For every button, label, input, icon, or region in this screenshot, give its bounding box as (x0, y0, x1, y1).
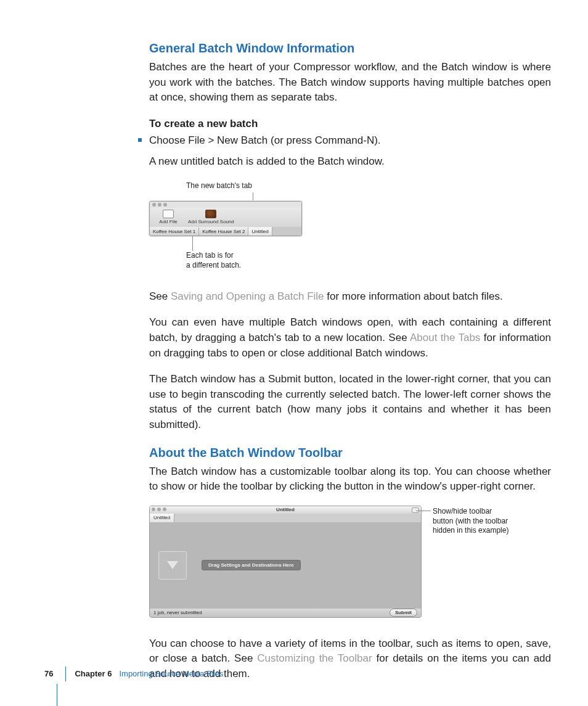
paragraph: The Batch window has a Submit button, lo… (149, 372, 551, 433)
text: See (149, 290, 171, 302)
drag-hint: Drag Settings and Destinations Here (202, 560, 301, 571)
toolbar-item-add-file: Add File (153, 210, 183, 226)
paragraph: The Batch window has a customizable tool… (149, 464, 551, 495)
tab: Untitled (150, 514, 174, 522)
minimize-icon (157, 507, 161, 511)
download-icon (167, 561, 178, 569)
tab: Koffee House Set 1 (150, 227, 199, 236)
tab-untitled: Untitled (248, 227, 272, 236)
title-bar: Untitled (150, 506, 421, 514)
zoom-icon (163, 507, 166, 511)
toolbar-item-surround: Add Surround Sound (188, 210, 234, 226)
toolbar: Add File Add Surround Sound (150, 208, 301, 227)
tabs-row: Koffee House Set 1 Koffee House Set 2 Un… (150, 227, 301, 236)
footer: 76 Chapter 6 Importing Source Media File… (44, 667, 224, 681)
chapter-title: Importing Source Media Files (119, 668, 223, 680)
footer-rule (57, 684, 57, 706)
minimize-icon (158, 203, 161, 207)
tab: Koffee House Set 2 (199, 227, 248, 236)
callout-text: a different batch. (186, 261, 241, 269)
paragraph: Batches are the heart of your Compressor… (149, 60, 551, 105)
chapter-label: Chapter 6 (75, 668, 112, 680)
callout: Show/hide toolbar button (with the toolb… (433, 507, 544, 536)
callout: Each tab is for a different batch. (186, 251, 551, 270)
toolbar-item-label: Add File (159, 218, 177, 226)
paragraph: You can even have multiple Batch windows… (149, 315, 551, 361)
surround-icon (205, 210, 216, 218)
callout: The new batch's tab (186, 181, 551, 191)
page-number: 76 (44, 668, 53, 680)
link-customizing-toolbar[interactable]: Customizing the Toolbar (257, 652, 372, 664)
figure-batch-tabs: The new batch's tab Add File Add Surroun… (149, 181, 551, 271)
callout-line (253, 192, 253, 201)
batch-window-screenshot-2: Untitled Untitled Drag Settings and Dest… (149, 506, 422, 618)
file-icon (163, 210, 174, 218)
callout-text: button (with the toolbar (433, 517, 508, 525)
link-saving-opening[interactable]: Saving and Opening a Batch File (171, 290, 324, 302)
title-bar (150, 202, 301, 208)
callout-line (192, 236, 193, 251)
drop-target (158, 551, 187, 580)
status-bar: 1 job, never submitted Submit (150, 609, 421, 617)
window-title: Untitled (276, 507, 295, 512)
footer-rule (65, 667, 66, 681)
link-about-tabs[interactable]: About the Tabs (410, 332, 480, 343)
callout-text: Show/hide toolbar (433, 507, 492, 515)
bullet-text: Choose File > New Batch (or press Comman… (149, 134, 381, 146)
heading-general: General Batch Window Information (149, 39, 551, 57)
callout-line (416, 511, 431, 511)
batch-body: Drag Settings and Destinations Here (150, 522, 421, 609)
status-text: 1 job, never submitted (153, 609, 202, 617)
close-icon (152, 507, 155, 511)
paragraph: A new untitled batch is added to the Bat… (149, 154, 551, 170)
toolbar-item-label: Add Surround Sound (188, 218, 234, 226)
submit-button: Submit (390, 609, 417, 617)
callout-text: Each tab is for (186, 251, 234, 260)
callout-text: hidden in this example) (433, 526, 508, 535)
zoom-icon (163, 203, 167, 207)
tabs-row: Untitled (150, 514, 421, 522)
paragraph: See Saving and Opening a Batch File for … (149, 289, 551, 305)
figure-batch-window-toolbar: Untitled Untitled Drag Settings and Dest… (149, 506, 551, 618)
text: for more information about batch files. (324, 290, 503, 302)
sub-heading: To create a new batch (149, 117, 551, 132)
batch-window-screenshot: Add File Add Surround Sound Koffee House… (149, 201, 302, 236)
close-icon (152, 203, 156, 207)
heading-toolbar: About the Batch Window Toolbar (149, 444, 551, 462)
bullet-icon (138, 138, 142, 142)
